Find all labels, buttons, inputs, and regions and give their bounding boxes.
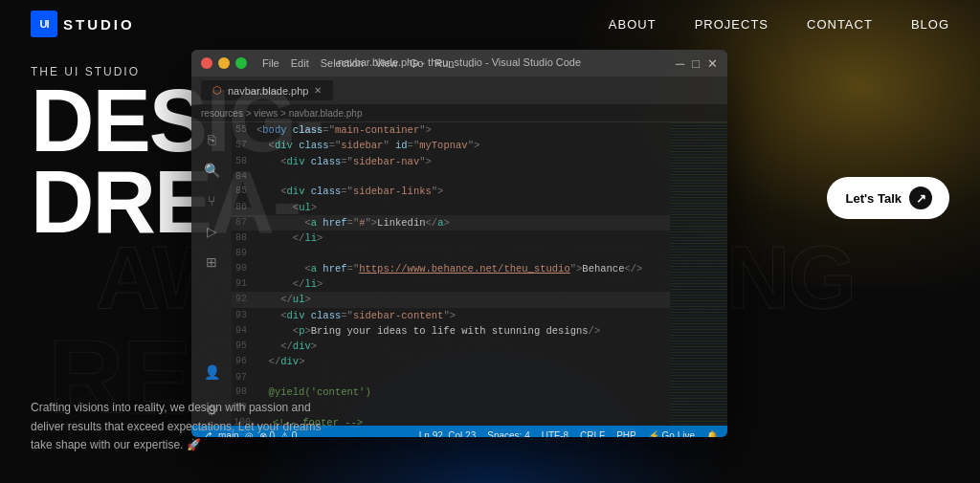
code-line-98: 98 @yield('content') bbox=[232, 384, 670, 400]
nav-link-blog[interactable]: BLOG bbox=[911, 17, 949, 32]
account-icon[interactable]: 👤 bbox=[204, 364, 220, 380]
nav-item-blog[interactable]: BLOG bbox=[911, 15, 949, 33]
minimap-content bbox=[670, 122, 727, 426]
tab-filename: navbar.blade.php bbox=[228, 85, 308, 97]
titlebar-icons: ─ □ ✕ bbox=[676, 56, 718, 71]
code-line-86: 86 <ul> bbox=[232, 200, 670, 215]
nav-item-about[interactable]: ABOUT bbox=[609, 15, 657, 33]
code-line-57: 57 <div class="sidebar" id="myTopnav"> bbox=[232, 138, 670, 153]
hero-desc-text: Crafting visions into reality, we design… bbox=[31, 399, 337, 454]
code-line-58: 58 <div class="sidebar-nav"> bbox=[232, 154, 670, 169]
golive-btn[interactable]: ⚡ Go Live bbox=[648, 430, 695, 438]
vscode-breadcrumb: resources > views > navbar.blade.php bbox=[191, 105, 727, 122]
window-close-btn[interactable] bbox=[201, 57, 212, 69]
logo-icon: UI bbox=[31, 11, 57, 37]
code-line-55: 55<body class="main-container"> bbox=[232, 122, 670, 138]
cta-arrow-icon: ↗ bbox=[909, 187, 932, 209]
cursor-position: Ln 92, Col 23 bbox=[419, 430, 477, 438]
hero-description: Crafting visions into reality, we design… bbox=[31, 399, 337, 454]
nav-item-contact[interactable]: CONTACT bbox=[807, 15, 873, 33]
vscode-tabs: ⬡ navbar.blade.php ✕ bbox=[191, 77, 727, 105]
search-icon[interactable]: 🔍 bbox=[204, 163, 220, 178]
vscode-editor[interactable]: 55<body class="main-container"> 57 <div … bbox=[232, 122, 670, 426]
vscode-activity-bar: ⎘ 🔍 ⑂ ▷ ⊞ 👤 ⚙ bbox=[191, 122, 232, 426]
code-line-85: 85 <div class="sidebar-links"> bbox=[232, 184, 670, 199]
line-endings: CRLF bbox=[580, 430, 605, 438]
window-max-btn[interactable] bbox=[235, 57, 247, 69]
close-icon[interactable]: ✕ bbox=[707, 56, 718, 71]
notification-icon[interactable]: 🔔 bbox=[706, 430, 718, 438]
menu-edit[interactable]: Edit bbox=[291, 57, 309, 69]
file-language: PHP bbox=[616, 430, 636, 438]
cta-label: Let's Talk bbox=[846, 191, 902, 206]
vscode-window: File Edit Selection View Go Run ... navb… bbox=[191, 50, 727, 437]
code-line-92: 92 </ul> bbox=[232, 292, 670, 307]
code-line-88: 88 </li> bbox=[232, 231, 670, 246]
code-line-95: 95 </div> bbox=[232, 339, 670, 354]
nav-links: ABOUT PROJECTS CONTACT BLOG bbox=[609, 15, 949, 33]
minimize-icon[interactable]: ─ bbox=[676, 56, 684, 71]
extensions-icon[interactable]: ⊞ bbox=[206, 254, 217, 270]
vscode-body: ⎘ 🔍 ⑂ ▷ ⊞ 👤 ⚙ 55<body class="main-contai… bbox=[191, 122, 727, 426]
vscode-title: navbar.blade.php - theu_studio - Visual … bbox=[338, 56, 581, 68]
menu-file[interactable]: File bbox=[262, 57, 279, 69]
logo[interactable]: UI STUDIO bbox=[31, 11, 135, 37]
vscode-minimap bbox=[670, 122, 727, 426]
nav-link-contact[interactable]: CONTACT bbox=[807, 17, 873, 32]
code-line-93: 93 <div class="sidebar-content"> bbox=[232, 308, 670, 323]
code-line-84: 84 bbox=[232, 169, 670, 185]
git-icon[interactable]: ⑂ bbox=[208, 193, 215, 209]
code-content: 55<body class="main-container"> 57 <div … bbox=[232, 122, 670, 426]
nav-link-about[interactable]: ABOUT bbox=[609, 17, 657, 32]
code-line-89: 89 bbox=[232, 246, 670, 261]
code-line-87: 87 <a href="#">Linkedin</a> bbox=[232, 215, 670, 231]
debug-icon[interactable]: ▷ bbox=[207, 224, 217, 239]
navbar: UI STUDIO ABOUT PROJECTS CONTACT BLOG bbox=[0, 0, 980, 48]
statusbar-right: Ln 92, Col 23 Spaces: 4 UTF-8 CRLF PHP ⚡… bbox=[419, 430, 718, 438]
explorer-icon[interactable]: ⎘ bbox=[208, 132, 215, 147]
code-line-90: 90 <a href="https://www.behance.net/theu… bbox=[232, 261, 670, 276]
nav-item-projects[interactable]: PROJECTS bbox=[695, 15, 768, 33]
vscode-tab-navbar[interactable]: ⬡ navbar.blade.php ✕ bbox=[201, 80, 333, 100]
logo-text: STUDIO bbox=[63, 16, 135, 33]
window-min-btn[interactable] bbox=[218, 57, 230, 69]
vscode-titlebar: File Edit Selection View Go Run ... navb… bbox=[191, 50, 727, 77]
nav-link-projects[interactable]: PROJECTS bbox=[695, 17, 768, 32]
code-line-97: 97 bbox=[232, 370, 670, 385]
cta-button[interactable]: Let's Talk ↗ bbox=[827, 177, 949, 219]
restore-icon[interactable]: □ bbox=[692, 56, 700, 71]
tab-close-btn[interactable]: ✕ bbox=[314, 85, 322, 96]
indent-spaces: Spaces: 4 bbox=[487, 430, 529, 438]
code-line-96: 96 </div> bbox=[232, 354, 670, 369]
code-line-91: 91 </li> bbox=[232, 276, 670, 292]
code-line-94: 94 <p>Bring your ideas to life with stun… bbox=[232, 323, 670, 339]
file-encoding: UTF-8 bbox=[542, 430, 568, 438]
